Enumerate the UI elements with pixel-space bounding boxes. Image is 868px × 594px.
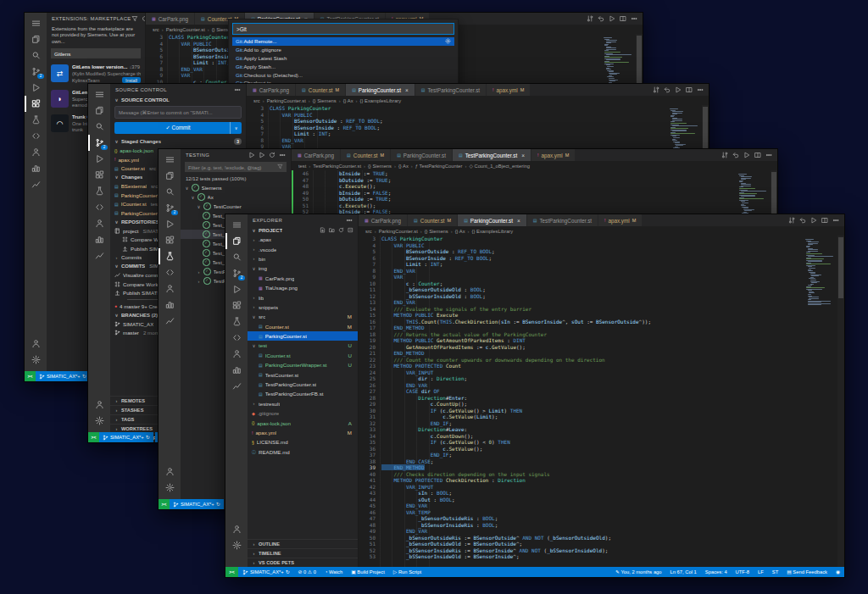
activity-account-icon[interactable] <box>88 397 110 413</box>
activity-files-icon[interactable] <box>25 31 47 47</box>
status-item[interactable]: ◉ <box>832 569 844 575</box>
status-item[interactable]: ST <box>768 569 782 575</box>
breadcrumb-segment[interactable]: {} Siemens <box>313 98 337 103</box>
remote-indicator[interactable]: >< <box>225 567 238 577</box>
new-file-icon[interactable] <box>320 227 326 233</box>
activity-flask-icon[interactable] <box>159 248 181 264</box>
activity-files-icon[interactable] <box>225 233 248 249</box>
activity-account-icon[interactable] <box>159 464 181 480</box>
status-item[interactable]: ◔ Watch <box>320 569 347 575</box>
tab-close-icon[interactable]: × <box>405 87 409 93</box>
breadcrumb-segment[interactable]: src <box>253 98 260 103</box>
test-item-ax[interactable]: ∨✓Ax <box>181 192 291 202</box>
undo-icon[interactable] <box>598 15 604 22</box>
command-item[interactable]: Git: Checkout to (Detached)... <box>232 70 454 79</box>
collapse-icon[interactable] <box>348 227 353 233</box>
breadcrumb-segment[interactable]: TestParkingCounter.st <box>313 164 361 169</box>
command-item[interactable]: Git: Apply Stash... <box>232 62 454 70</box>
undo-icon[interactable] <box>664 86 670 93</box>
activity-git-icon[interactable]: 2 <box>88 135 110 151</box>
tab-counter-st[interactable]: ▤Counter.stM <box>341 149 391 161</box>
section-vs-code-pets[interactable]: ›VS CODE PETS <box>248 558 358 567</box>
remote-indicator[interactable]: >< <box>25 371 36 381</box>
activity-gear-icon[interactable] <box>25 352 47 368</box>
breadcrumb-segment[interactable]: {} ExamplesLibrary <box>360 98 402 103</box>
activity-search-icon[interactable] <box>25 47 47 64</box>
run-icon[interactable] <box>248 152 255 158</box>
test-item-testcounter[interactable]: ∨✓TestCounter <box>181 202 291 211</box>
split-icon[interactable] <box>686 86 693 93</box>
activity-files-icon[interactable] <box>159 168 181 184</box>
tab-carpark-png[interactable]: ▦CarPark.png <box>359 214 408 226</box>
tab-parkingcounter-st[interactable]: ▤ParkingCounter.st× <box>346 84 415 96</box>
activity-git-icon[interactable]: 2 <box>225 265 248 281</box>
tab-close-icon[interactable]: × <box>521 153 525 158</box>
breadcrumb-segment[interactable]: ParkingCounter.st <box>379 229 418 234</box>
run-icon[interactable] <box>609 15 615 22</box>
more-icon[interactable] <box>697 86 704 93</box>
undo-icon[interactable] <box>732 152 739 158</box>
more-icon[interactable] <box>346 217 353 224</box>
activity-graph-icon[interactable] <box>25 176 47 192</box>
activity-remote-icon[interactable] <box>25 128 47 144</box>
activity-flask-icon[interactable] <box>225 314 248 330</box>
commit-message-input[interactable]: Message (⌘Enter to commit on "SIMATI... <box>114 106 242 119</box>
activity-remote-icon[interactable] <box>88 199 110 215</box>
tab-carpark-png[interactable]: ▦CarPark.png <box>247 84 296 96</box>
breadcrumb-segment[interactable]: ParkingCounter.st <box>267 98 306 103</box>
file-readme-md[interactable]: ⓘREADME.md <box>248 447 358 457</box>
test-filter-input[interactable]: Filter (e.g. text, !exclude, @tag) <box>185 162 287 172</box>
file-tiausage-png[interactable]: ▦TiaUsage.png <box>248 283 358 292</box>
tab-parkingcounter-st[interactable]: ▤ParkingCounter.st <box>391 149 453 161</box>
tab-testparkingcounter-st[interactable]: ▤TestParkingCounter.st <box>415 84 487 96</box>
run-icon[interactable] <box>675 86 682 93</box>
breadcrumb-segment[interactable]: {} Ax <box>343 98 353 103</box>
command-palette-input[interactable]: >Git <box>232 23 454 35</box>
filter-icon[interactable] <box>277 164 283 170</box>
file--vscode[interactable]: ›.vscode <box>248 244 358 253</box>
file-lib[interactable]: ›lib <box>248 292 358 302</box>
command-item[interactable]: Git: Add Remote... <box>232 37 454 46</box>
diff-icon[interactable] <box>788 217 795 224</box>
file-apax-yml[interactable]: !apax.ymlM <box>248 428 358 437</box>
status-item[interactable]: ▷ Run Script <box>389 569 426 575</box>
activity-menu-icon[interactable] <box>159 152 181 168</box>
scm-row-staged-changes[interactable]: ∨Staged Changes3 <box>110 137 246 147</box>
activity-chart-icon[interactable] <box>225 362 248 378</box>
status-item[interactable]: ⊘ 0 ⚠ 0 <box>294 569 320 575</box>
test-item-siemens[interactable]: ∨✓Siemens <box>181 183 291 192</box>
tab-close-icon[interactable]: × <box>517 218 520 224</box>
activity-debug-icon[interactable] <box>159 216 181 232</box>
tab-carpark-png[interactable]: ▦CarPark.png <box>146 13 195 25</box>
breadcrumb-segment[interactable]: ParkingCounter.st <box>166 27 205 32</box>
breadcrumb[interactable]: test›TestParkingCounter.st›{} Siemens›{}… <box>292 161 777 170</box>
activity-files-icon[interactable] <box>88 103 110 119</box>
scrollbar[interactable] <box>837 236 844 567</box>
status-item[interactable]: Ln 67, Col 1 <box>666 569 701 575</box>
file-testparkingcounterfb-st[interactable]: ▤TestParkingCounterFB.st <box>248 389 358 398</box>
commit-button[interactable]: ✓ Commit∨ <box>114 122 242 134</box>
tab-testparkingcounter-st[interactable]: ▤TestParkingCounter.st× <box>453 149 531 161</box>
diff-icon[interactable] <box>653 86 659 93</box>
breadcrumb-segment[interactable]: {} Ax <box>398 164 409 169</box>
activity-graph-icon[interactable] <box>225 378 248 394</box>
activity-gear-icon[interactable] <box>225 537 248 553</box>
command-item[interactable]: Git: Add to .gitignore <box>232 46 454 54</box>
activity-account-icon[interactable] <box>225 521 248 537</box>
more-icon[interactable] <box>631 15 637 22</box>
file-testparkingcounter-st[interactable]: ▤TestParkingCounter.st <box>248 380 358 389</box>
tab-carpark-png[interactable]: ▦CarPark.png <box>292 149 341 161</box>
activity-extensions-icon[interactable] <box>88 167 110 183</box>
section-outline[interactable]: ›OUTLINE <box>248 539 358 548</box>
file-test[interactable]: ∨testU <box>248 341 358 350</box>
breadcrumb-segment[interactable]: {} Siemens <box>425 229 448 234</box>
breadcrumb-segment[interactable]: {} Siemens <box>368 164 392 169</box>
breadcrumb-segment[interactable]: src <box>153 27 159 32</box>
activity-extensions-icon[interactable] <box>159 232 181 248</box>
branch-status-item[interactable]: SIMATIC_AX*+↻ <box>170 499 224 509</box>
file-src[interactable]: ∨srcM <box>248 312 358 321</box>
activity-gear-icon[interactable] <box>159 480 181 496</box>
status-item[interactable]: ▣ Build Project <box>347 569 389 575</box>
activity-debug-icon[interactable] <box>25 80 47 96</box>
run-icon[interactable] <box>743 152 750 158</box>
